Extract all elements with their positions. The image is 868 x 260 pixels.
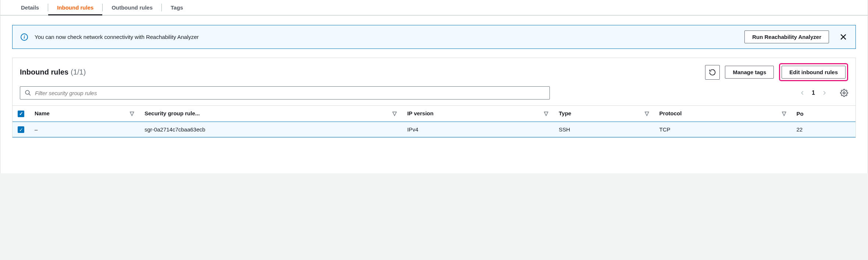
- checkbox-icon: ✓: [18, 126, 24, 133]
- cell-ip-version: IPv4: [402, 122, 554, 137]
- cell-name: –: [29, 122, 139, 137]
- row-checkbox-cell[interactable]: ✓: [13, 122, 29, 137]
- sort-icon: ▽: [782, 110, 786, 117]
- search-input[interactable]: [35, 90, 545, 96]
- search-icon: [25, 90, 31, 96]
- filter-row: 1: [13, 85, 855, 105]
- col-type-label: Type: [559, 110, 571, 116]
- sort-icon: ▽: [130, 110, 134, 117]
- tab-inbound-rules[interactable]: Inbound rules: [48, 0, 102, 15]
- svg-point-2: [843, 92, 845, 94]
- col-port-label: Po: [797, 111, 804, 117]
- col-security-group-rule[interactable]: Security group rule... ▽: [139, 106, 402, 122]
- prev-page-button[interactable]: [800, 89, 805, 97]
- col-sgr-label: Security group rule...: [145, 110, 200, 116]
- tab-tags[interactable]: Tags: [162, 0, 192, 15]
- search-wrap[interactable]: [20, 86, 550, 100]
- col-port[interactable]: Po: [791, 106, 855, 122]
- sort-icon: ▽: [392, 110, 397, 117]
- info-banner-text: You can now check network connectivity w…: [35, 34, 738, 40]
- col-type[interactable]: Type ▽: [554, 106, 654, 122]
- col-protocol-label: Protocol: [659, 110, 682, 116]
- next-page-button[interactable]: [822, 89, 827, 97]
- run-reachability-analyzer-button[interactable]: Run Reachability Analyzer: [744, 30, 829, 43]
- cell-port: 22: [791, 122, 855, 137]
- col-ip-version[interactable]: IP version ▽: [402, 106, 554, 122]
- chevron-left-icon: [800, 89, 805, 97]
- sort-icon: ▽: [645, 110, 649, 117]
- inbound-rules-panel: Inbound rules (1/1) Manage tags Edit inb…: [12, 58, 856, 138]
- refresh-button[interactable]: [705, 65, 720, 80]
- col-ipver-label: IP version: [407, 110, 433, 116]
- gear-icon: [840, 89, 848, 97]
- svg-line-1: [29, 94, 31, 95]
- info-banner: i You can now check network connectivity…: [12, 25, 856, 49]
- sort-icon: ▽: [544, 110, 548, 117]
- tab-bar: Details Inbound rules Outbound rules Tag…: [0, 0, 868, 15]
- edit-inbound-rules-button[interactable]: Edit inbound rules: [782, 66, 846, 79]
- table-row[interactable]: ✓ – sgr-0a2714c7cbaa63ecb IPv4 SSH TCP 2…: [13, 122, 855, 137]
- table-header-row: ✓ Name ▽ Security group rule... ▽ IP ver…: [13, 106, 855, 122]
- edit-rules-highlight: Edit inbound rules: [779, 63, 848, 81]
- settings-button[interactable]: [840, 89, 848, 97]
- chevron-right-icon: [822, 89, 827, 97]
- page-number: 1: [812, 90, 815, 96]
- panel-header: Inbound rules (1/1) Manage tags Edit inb…: [13, 58, 855, 85]
- tab-details[interactable]: Details: [12, 0, 48, 15]
- info-icon: i: [21, 33, 28, 41]
- panel-title: Inbound rules: [20, 68, 68, 76]
- refresh-icon: [709, 69, 716, 76]
- tab-outbound-rules[interactable]: Outbound rules: [103, 0, 161, 15]
- cell-protocol: TCP: [654, 122, 791, 137]
- col-protocol[interactable]: Protocol ▽: [654, 106, 791, 122]
- close-icon[interactable]: ✕: [839, 32, 847, 42]
- cell-sgr: sgr-0a2714c7cbaa63ecb: [139, 122, 402, 137]
- panel-count: (1/1): [71, 68, 86, 76]
- checkbox-icon: ✓: [18, 111, 24, 117]
- manage-tags-button[interactable]: Manage tags: [725, 66, 774, 79]
- col-name[interactable]: Name ▽: [29, 106, 139, 122]
- select-all-header[interactable]: ✓: [13, 106, 29, 122]
- cell-type: SSH: [554, 122, 654, 137]
- col-name-label: Name: [35, 110, 50, 116]
- rules-table: ✓ Name ▽ Security group rule... ▽ IP ver…: [13, 105, 855, 137]
- svg-point-0: [25, 90, 29, 94]
- pager: 1: [800, 89, 848, 97]
